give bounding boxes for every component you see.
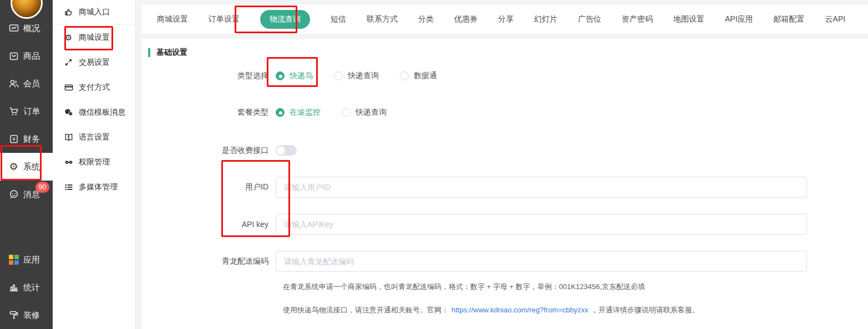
sidebar-item-label: 商品 — [23, 51, 40, 61]
radio-unchecked-icon[interactable] — [334, 71, 343, 80]
logistics-form: 类型选择 快递鸟 快递查询 数据通 — [148, 71, 868, 315]
thumb-up-icon — [64, 8, 73, 17]
sidebar-item-system[interactable]: ⚙ 系统 — [0, 153, 53, 181]
menu-item-label: 微信模板消息 — [79, 107, 125, 117]
menu-item-label: 交易设置 — [79, 58, 110, 68]
api-key-input[interactable] — [276, 214, 807, 235]
sidebar-item-label: 概况 — [23, 23, 40, 34]
sidebar-item-members[interactable]: 会员 — [0, 70, 53, 97]
tab-api-app[interactable]: API应用 — [725, 14, 753, 24]
sidebar-item-finance[interactable]: ¥ 财务 — [0, 125, 53, 153]
menu-item-mall-entrance[interactable]: 商城入口 — [53, 0, 135, 25]
settings-panel: 基础设置 类型选择 快递鸟 快递查询 — [141, 39, 868, 329]
tab-email-config[interactable]: 邮箱配置 — [774, 14, 805, 24]
book-icon: A — [64, 132, 73, 142]
charge-toggle-row: 是否收费接口 — [148, 145, 868, 156]
menu-item-trade-settings[interactable]: 交易设置 — [53, 50, 135, 75]
sidebar-item-label: 统计 — [23, 282, 40, 293]
gear-icon: ⚙ — [8, 162, 19, 172]
charge-toggle-switch[interactable] — [276, 145, 297, 156]
main-area: 商城设置 订单设置 物流查询 短信 联系方式 分类 优惠券 分享 幻灯片 广告位… — [136, 0, 868, 329]
sidebar-item-goods[interactable]: 商品 — [0, 42, 53, 70]
tab-share[interactable]: 分享 — [498, 14, 514, 24]
orders-icon — [8, 106, 19, 117]
radio-option-label: 在途监控 — [290, 107, 321, 117]
tab-contact[interactable]: 联系方式 — [367, 14, 398, 24]
sidebar-item-apps[interactable]: 应用 — [0, 246, 53, 274]
type-select-options: 快递鸟 快递查询 数据通 — [276, 71, 437, 81]
user-id-label: 用户ID — [148, 182, 276, 192]
tab-slideshow[interactable]: 幻灯片 — [534, 14, 557, 24]
qinglong-help-text: 在青龙系统申请一个商家编码，也叫青龙配送编码，格式：数字 + 字母 + 数字，举… — [283, 282, 868, 292]
tab-order-settings[interactable]: 订单设置 — [209, 14, 240, 24]
qinglong-code-label: 青龙配送编码 — [148, 256, 276, 266]
wechat-icon — [64, 107, 73, 117]
radio-option-express-query[interactable]: 快递查询 — [334, 71, 379, 81]
radio-unchecked-icon[interactable] — [342, 108, 351, 117]
sidebar-item-decoration[interactable]: 装修 — [0, 301, 53, 329]
radio-option-shujutong[interactable]: 数据通 — [400, 71, 437, 81]
sidebar-item-label: 应用 — [23, 255, 40, 265]
radio-option-kdniao[interactable]: 快递鸟 — [276, 71, 313, 81]
tab-map-settings[interactable]: 地图设置 — [673, 14, 704, 24]
menu-item-label: 支付方式 — [79, 83, 110, 92]
qinglong-code-input[interactable] — [276, 251, 807, 272]
radio-option-label: 数据通 — [414, 71, 437, 81]
menu-item-payment-methods[interactable]: 支付方式 — [53, 75, 135, 100]
settings-tab-bar: 商城设置 订单设置 物流查询 短信 联系方式 分类 优惠券 分享 幻灯片 广告位… — [141, 4, 868, 34]
type-select-label: 类型选择 — [148, 71, 276, 81]
tab-shop-settings[interactable]: 商城设置 — [157, 14, 188, 24]
kdniao-help-prefix: 使用快递鸟物流接口，请注意开通相关账号。官网： — [283, 306, 449, 314]
tab-cloud-api[interactable]: 云API — [825, 14, 846, 24]
tab-logistics-query[interactable]: 物流查询 — [260, 10, 310, 29]
section-title-text: 基础设置 — [156, 48, 187, 58]
message-count-badge: 90 — [35, 182, 49, 193]
messages-icon — [8, 189, 19, 200]
menu-item-mall-settings[interactable]: ⚙ 商城设置 — [53, 25, 135, 50]
radio-option-express-query2[interactable]: 快递查询 — [342, 107, 387, 117]
radio-checked-icon[interactable] — [276, 108, 285, 117]
sidebar-item-overview[interactable]: 概况 — [0, 14, 53, 42]
sidebar-item-label: 会员 — [23, 79, 40, 89]
bar-chart-icon — [8, 282, 19, 293]
sidebar-item-stats[interactable]: 统计 — [0, 274, 53, 301]
menu-item-permissions[interactable]: 权限管理 — [53, 150, 135, 174]
radio-option-label: 快递查询 — [348, 71, 379, 81]
list-icon — [64, 182, 73, 192]
radio-option-in-transit[interactable]: 在途监控 — [276, 107, 321, 117]
menu-item-label: 商城设置 — [79, 33, 110, 43]
menu-item-label: 权限管理 — [79, 157, 110, 167]
user-id-input[interactable] — [276, 177, 807, 198]
qinglong-code-row: 青龙配送编码 — [148, 251, 868, 272]
section-title: 基础设置 — [148, 48, 868, 58]
sidebar-item-label: 系统 — [23, 162, 40, 172]
toggle-knob — [277, 146, 285, 155]
package-type-row: 套餐类型 在途监控 快递查询 — [148, 107, 868, 117]
package-type-options: 在途监控 快递查询 — [276, 107, 387, 117]
sidebar-spacer — [0, 208, 53, 246]
tab-ad-slot[interactable]: 广告位 — [578, 14, 601, 24]
svg-text:¥: ¥ — [12, 136, 16, 142]
radio-option-label: 快递查询 — [356, 107, 387, 117]
api-key-label: API key — [148, 220, 276, 229]
kdniao-help-suffix: ，开通详情步骤说明请联系客服。 — [591, 306, 699, 314]
avatar-block — [0, 0, 53, 14]
primary-sidebar: 概况 商品 会员 订单 ¥ 财务 ⚙ — [0, 0, 53, 329]
radio-checked-icon[interactable] — [276, 71, 285, 80]
tab-category[interactable]: 分类 — [418, 14, 434, 24]
section-title-accent-bar — [148, 48, 150, 57]
tab-asset-password[interactable]: 资产密码 — [622, 14, 653, 24]
gear-icon: ⚙ — [64, 33, 73, 42]
menu-item-media[interactable]: 多媒体管理 — [53, 174, 135, 199]
kdniao-register-link[interactable]: https://www.kdniao.com/reg?from=cbbyzxx — [449, 306, 591, 314]
charge-toggle-label: 是否收费接口 — [148, 146, 276, 156]
goods-icon — [8, 51, 19, 61]
menu-item-language-settings[interactable]: A 语言设置 — [53, 125, 135, 150]
overview-icon — [8, 23, 19, 34]
menu-item-wechat-template[interactable]: 微信模板消息 — [53, 100, 135, 125]
sidebar-item-orders[interactable]: 订单 — [0, 97, 53, 125]
radio-unchecked-icon[interactable] — [400, 71, 409, 80]
tab-sms[interactable]: 短信 — [331, 14, 346, 24]
tab-coupon[interactable]: 优惠券 — [454, 14, 478, 24]
sidebar-item-messages[interactable]: 90 消息 — [0, 181, 53, 208]
